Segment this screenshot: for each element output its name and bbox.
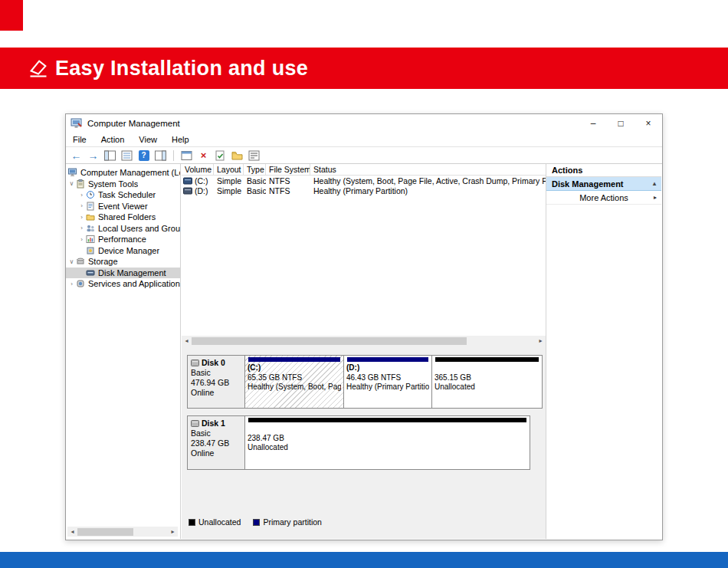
menu-help[interactable]: Help — [172, 135, 189, 144]
column-header-type[interactable]: Type — [244, 164, 266, 175]
close-button[interactable]: × — [635, 114, 662, 133]
partition-d[interactable]: (D:) 46.43 GB NTFS Healthy (Primary Part… — [344, 356, 432, 408]
folder-icon[interactable] — [231, 149, 244, 162]
tree-item-event-viewer[interactable]: › Event Viewer — [66, 201, 180, 212]
storage-icon — [76, 257, 86, 266]
volume-icon — [183, 177, 192, 185]
properties-dialog-icon[interactable] — [180, 149, 193, 162]
local-users-and-groups-icon — [86, 224, 96, 233]
list-view-icon[interactable] — [248, 149, 261, 162]
volume-list-header: Volume Layout Type File System Status — [182, 164, 546, 176]
partition-size: 238.47 GB — [248, 434, 527, 444]
chevron-collapsed-icon[interactable]: › — [77, 236, 86, 243]
scroll-thumb[interactable] — [192, 337, 467, 345]
unallocated-region-disk0[interactable]: 365.15 GB Unallocated — [432, 356, 542, 408]
tree-item-performance[interactable]: › Performance — [66, 234, 180, 245]
tree-item-storage[interactable]: ∨ Storage — [66, 256, 180, 268]
chevron-expanded-icon[interactable]: ∨ — [67, 258, 76, 265]
scroll-track[interactable] — [192, 336, 536, 346]
volume-row-c[interactable]: (C:) Simple Basic NTFS Healthy (System, … — [182, 176, 546, 186]
partition-size: 46.43 GB NTFS — [346, 373, 429, 383]
help-icon[interactable]: ? — [137, 149, 150, 162]
menu-file[interactable]: File — [73, 135, 87, 144]
column-header-file-system[interactable]: File System — [266, 164, 310, 175]
scroll-left-arrow-icon[interactable]: ◂ — [182, 336, 192, 346]
scroll-track[interactable] — [77, 527, 168, 537]
partition-status: Healthy (Primary Partition) — [346, 382, 429, 392]
tree-item-disk-management[interactable]: Disk Management — [66, 268, 180, 279]
tree-item-local-users-and-groups[interactable]: › Local Users and Groups — [66, 223, 180, 235]
disk-kind: Basic — [191, 428, 241, 438]
disk-1-label[interactable]: Disk 1 Basic 238.47 GB Online — [188, 416, 245, 469]
scroll-right-arrow-icon[interactable]: ▸ — [536, 336, 546, 346]
chevron-collapsed-icon[interactable]: › — [77, 192, 86, 199]
disk-icon — [191, 420, 199, 427]
title-bar[interactable]: Computer Management – □ × — [66, 114, 662, 133]
tree-horizontal-scrollbar[interactable]: ◂ ▸ — [67, 527, 178, 537]
window-title: Computer Management — [87, 119, 180, 128]
volume-name: (C:) — [195, 176, 208, 186]
scroll-right-arrow-icon[interactable]: ▸ — [168, 527, 178, 537]
partition-color-bar — [248, 418, 526, 422]
tree-item-shared-folders[interactable]: › Shared Folders — [66, 212, 180, 223]
performance-icon — [86, 235, 96, 244]
partition-name: (C:) — [248, 363, 341, 373]
tree-item-computer-management[interactable]: Computer Management (Local — [66, 167, 180, 179]
disk-icon — [191, 360, 199, 366]
scroll-thumb[interactable] — [77, 528, 133, 536]
actions-disk-management-header[interactable]: Disk Management ▴ — [546, 177, 661, 191]
banner: Easy Installation and use — [0, 48, 728, 89]
menu-view[interactable]: View — [139, 135, 157, 144]
volume-layout: Simple — [214, 176, 244, 186]
tree-item-label: Device Manager — [98, 246, 159, 255]
unallocated-region-disk1[interactable]: 238.47 GB Unallocated — [245, 416, 530, 469]
window-controls: – □ × — [579, 114, 662, 133]
device-manager-icon — [86, 246, 96, 255]
disk-size: 238.47 GB — [191, 438, 241, 448]
disk-management-icon — [86, 268, 96, 277]
event-viewer-icon — [86, 202, 96, 211]
tree-item-device-manager[interactable]: Device Manager — [66, 245, 180, 257]
column-header-status[interactable]: Status — [310, 164, 546, 175]
legend-primary-label: Primary partition — [263, 517, 321, 527]
volume-status: Healthy (Primary Partition) — [310, 186, 546, 195]
chevron-expanded-icon[interactable]: ∨ — [67, 180, 76, 187]
disk-kind: Basic — [191, 368, 241, 378]
show-console-tree-icon[interactable] — [103, 149, 116, 162]
more-actions-item[interactable]: More Actions ▸ — [546, 191, 661, 205]
partition-name: (D:) — [346, 363, 429, 373]
scroll-left-arrow-icon[interactable]: ◂ — [67, 527, 77, 537]
column-header-layout[interactable]: Layout — [214, 164, 244, 175]
tree-item-label: Event Viewer — [98, 202, 148, 211]
disk-0-label[interactable]: Disk 0 Basic 476.94 GB Online — [188, 356, 245, 408]
disk-management-pane: Volume Layout Type File System Status (C… — [182, 164, 546, 539]
column-header-volume[interactable]: Volume — [182, 164, 214, 175]
tree-item-system-tools[interactable]: ∨ System Tools — [66, 179, 180, 190]
collapse-arrow-icon[interactable]: ▴ — [653, 180, 656, 187]
forward-arrow-icon[interactable]: → — [87, 149, 100, 162]
back-arrow-icon[interactable]: ← — [70, 149, 83, 162]
volume-row-d[interactable]: (D:) Simple Basic NTFS Healthy (Primary … — [182, 186, 546, 197]
volume-list-horizontal-scrollbar[interactable]: ◂ ▸ — [182, 336, 546, 346]
volume-file-system: NTFS — [266, 186, 310, 195]
delete-volume-icon[interactable]: × — [197, 149, 210, 162]
more-actions-label: More Actions — [579, 193, 628, 202]
eraser-icon — [28, 57, 49, 79]
chevron-collapsed-icon[interactable]: › — [77, 202, 86, 209]
partition-c[interactable]: (C:) 65.35 GB NTFS Healthy (System, Boot… — [245, 356, 344, 408]
maximize-button[interactable]: □ — [607, 114, 635, 133]
chevron-collapsed-icon[interactable]: › — [77, 214, 86, 221]
expand-arrow-icon[interactable]: ▸ — [654, 194, 657, 201]
tree-item-services-and-applications[interactable]: › Services and Applications — [66, 278, 180, 290]
chevron-collapsed-icon[interactable]: › — [77, 225, 86, 231]
chevron-collapsed-icon[interactable]: › — [67, 281, 76, 287]
document-check-icon[interactable] — [214, 149, 227, 162]
tree-item-label: Computer Management (Local — [80, 168, 180, 177]
disk-state: Online — [191, 388, 241, 398]
tree-item-task-scheduler[interactable]: › Task Scheduler — [66, 189, 180, 201]
menu-action[interactable]: Action — [101, 135, 125, 144]
show-action-pane-icon[interactable] — [154, 149, 167, 162]
export-list-icon[interactable] — [120, 149, 133, 162]
minimize-button[interactable]: – — [579, 114, 607, 133]
primary-partition-swatch — [253, 519, 260, 526]
